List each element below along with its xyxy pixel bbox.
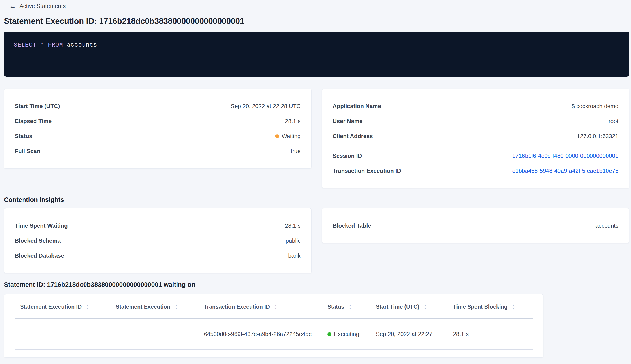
full-scan-value: true bbox=[291, 148, 301, 155]
time-spent-waiting-label: Time Spent Waiting bbox=[15, 222, 68, 229]
blocked-table-row: Blocked Table accounts bbox=[333, 218, 619, 233]
card-divider bbox=[333, 146, 619, 146]
column-label: Time Spent Blocking bbox=[453, 304, 508, 313]
column-header-time-spent-blocking[interactable]: Time Spent Blocking ▲▼ bbox=[448, 304, 532, 313]
sort-icon: ▲▼ bbox=[274, 304, 277, 310]
back-to-active-statements-link[interactable]: ← Active Statements bbox=[9, 3, 66, 10]
blocked-table-card: Blocked Table accounts bbox=[322, 208, 630, 243]
full-scan-label: Full Scan bbox=[15, 148, 40, 155]
time-spent-waiting-value: 28.1 s bbox=[285, 222, 301, 229]
application-name-value: $ cockroach demo bbox=[572, 103, 618, 110]
cell-start-time: Sep 20, 2022 at 22:27 bbox=[371, 331, 448, 338]
contention-insights-heading: Contention Insights bbox=[4, 196, 629, 204]
sort-icon: ▲▼ bbox=[424, 304, 427, 310]
full-scan-row: Full Scan true bbox=[15, 144, 301, 158]
column-header-start-time[interactable]: Start Time (UTC) ▲▼ bbox=[371, 304, 448, 313]
sql-star: * bbox=[40, 42, 44, 48]
column-label: Status bbox=[328, 304, 344, 313]
session-id-row: Session ID 1716b1f6-4e0c-f480-0000-00000… bbox=[333, 148, 619, 163]
elapsed-time-row: Elapsed Time 28.1 s bbox=[15, 114, 301, 128]
sql-keyword: FROM bbox=[48, 42, 63, 48]
transaction-execution-id-link[interactable]: e1bba458-5948-40a9-a42f-5feac1b10e75 bbox=[512, 168, 618, 174]
sort-icon: ▲▼ bbox=[175, 304, 178, 310]
client-address-label: Client Address bbox=[333, 133, 373, 140]
elapsed-time-label: Elapsed Time bbox=[15, 118, 52, 125]
time-spent-waiting-row: Time Spent Waiting 28.1 s bbox=[15, 218, 301, 233]
start-time-value: Sep 20, 2022 at 22:28 UTC bbox=[231, 103, 301, 110]
cell-status: Executing bbox=[322, 331, 371, 338]
transaction-execution-id-row: Transaction Execution ID e1bba458-5948-4… bbox=[333, 163, 619, 178]
breadcrumb: ← Active Statements bbox=[9, 3, 629, 10]
column-header-statement-execution[interactable]: Statement Execution ▲▼ bbox=[110, 304, 199, 313]
status-label: Status bbox=[15, 133, 32, 140]
application-name-row: Application Name $ cockroach demo bbox=[333, 98, 619, 114]
user-name-value: root bbox=[608, 118, 618, 125]
status-text: Executing bbox=[334, 331, 359, 337]
elapsed-time-value: 28.1 s bbox=[285, 118, 301, 125]
start-time-label: Start Time (UTC) bbox=[15, 103, 60, 110]
sort-icon: ▲▼ bbox=[86, 304, 89, 310]
application-name-label: Application Name bbox=[333, 103, 381, 110]
start-time-row: Start Time (UTC) Sep 20, 2022 at 22:28 U… bbox=[15, 98, 301, 114]
column-header-status[interactable]: Status ▲▼ bbox=[322, 304, 371, 313]
sort-icon: ▲▼ bbox=[348, 304, 352, 310]
page-title: Statement Execution ID: 1716b218dc0b3838… bbox=[4, 16, 629, 26]
session-id-link[interactable]: 1716b1f6-4e0c-f480-0000-000000000001 bbox=[512, 152, 618, 159]
status-row: Status Waiting bbox=[15, 128, 301, 144]
client-address-row: Client Address 127.0.0.1:63321 bbox=[333, 128, 619, 144]
transaction-execution-id-label: Transaction Execution ID bbox=[333, 168, 401, 174]
column-header-transaction-execution-id[interactable]: Transaction Execution ID ▲▼ bbox=[198, 304, 322, 313]
cell-time-spent-blocking: 28.1 s bbox=[448, 331, 532, 338]
column-label: Statement Execution ID bbox=[20, 304, 82, 313]
executing-status-dot-icon bbox=[328, 332, 332, 336]
session-details-card: Application Name $ cockroach demo User N… bbox=[322, 89, 630, 188]
waiting-on-table: Statement Execution ID ▲▼ Statement Exec… bbox=[4, 294, 544, 358]
table-row: 64530d0c-969f-437e-a9b4-26a72245e45e Exe… bbox=[15, 318, 532, 350]
blocked-database-value: bank bbox=[288, 252, 300, 259]
client-address-value: 127.0.0.1:63321 bbox=[577, 133, 618, 140]
sql-table-name: accounts bbox=[67, 42, 97, 48]
blocked-database-row: Blocked Database bank bbox=[15, 248, 301, 263]
waiting-on-heading: Statement ID: 1716b218dc0b38380000000000… bbox=[4, 281, 629, 288]
sql-keyword: SELECT bbox=[14, 42, 36, 48]
blocked-schema-label: Blocked Schema bbox=[15, 237, 61, 244]
blocked-table-label: Blocked Table bbox=[333, 222, 371, 229]
waiting-on-table-header: Statement Execution ID ▲▼ Statement Exec… bbox=[15, 294, 532, 318]
waiting-status-dot-icon bbox=[275, 134, 279, 138]
column-label: Statement Execution bbox=[116, 304, 170, 313]
blocked-database-label: Blocked Database bbox=[15, 252, 64, 259]
cell-transaction-execution-id: 64530d0c-969f-437e-a9b4-26a72245e45e bbox=[198, 331, 322, 338]
status-value: Waiting bbox=[275, 133, 301, 140]
blocked-table-value: accounts bbox=[596, 222, 618, 229]
user-name-row: User Name root bbox=[333, 114, 619, 128]
statement-overview-card: Start Time (UTC) Sep 20, 2022 at 22:28 U… bbox=[4, 89, 312, 168]
blocked-schema-row: Blocked Schema public bbox=[15, 233, 301, 248]
back-link-label: Active Statements bbox=[20, 3, 66, 10]
blocked-schema-value: public bbox=[286, 237, 301, 244]
session-id-label: Session ID bbox=[333, 152, 362, 159]
column-label: Transaction Execution ID bbox=[204, 304, 270, 313]
status-text: Waiting bbox=[282, 133, 301, 140]
column-header-statement-execution-id[interactable]: Statement Execution ID ▲▼ bbox=[15, 304, 110, 313]
back-arrow-icon: ← bbox=[9, 3, 16, 10]
sql-statement-box: SELECT * FROM accounts bbox=[4, 32, 629, 76]
user-name-label: User Name bbox=[333, 118, 363, 125]
column-label: Start Time (UTC) bbox=[376, 304, 420, 313]
contention-details-card: Time Spent Waiting 28.1 s Blocked Schema… bbox=[4, 208, 312, 273]
sort-icon: ▲▼ bbox=[512, 304, 515, 310]
statement-execution-details-page: ← Active Statements Statement Execution … bbox=[0, 0, 631, 364]
